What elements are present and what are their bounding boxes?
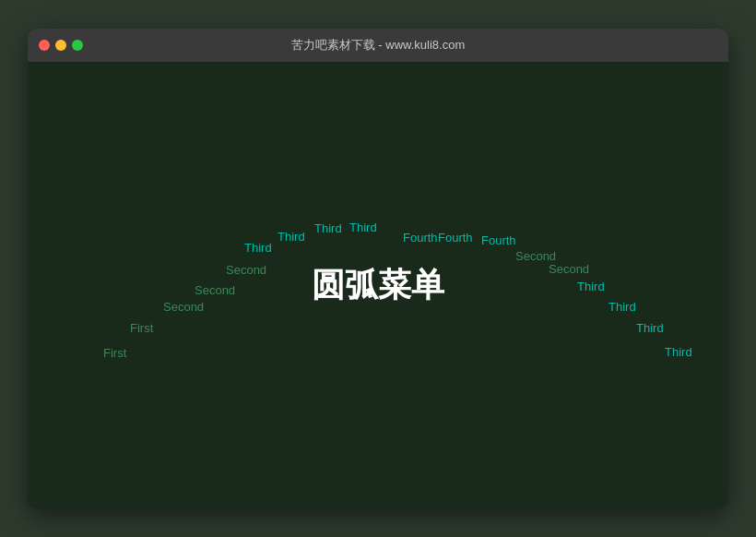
menu-item-13[interactable]: Third — [608, 300, 636, 314]
menu-item-16[interactable]: First — [103, 346, 126, 360]
menu-item-0[interactable]: Third — [349, 221, 377, 234]
menu-item-17[interactable]: Third — [665, 345, 692, 359]
menu-item-10[interactable]: Second — [195, 283, 235, 297]
menu-item-1[interactable]: Third — [314, 221, 342, 235]
menu-item-6[interactable]: Fourth — [481, 233, 516, 247]
menu-item-4[interactable]: Fourth — [403, 231, 438, 245]
menu-item-11[interactable]: Third — [577, 280, 605, 293]
maximize-button[interactable] — [72, 40, 83, 51]
window: 苦力吧素材下载 - www.kuli8.com 圆弧菜单 ThirdThirdT… — [28, 29, 728, 508]
menu-item-9[interactable]: Second — [549, 262, 589, 276]
menu-item-15[interactable]: Third — [636, 321, 664, 335]
menu-item-3[interactable]: Third — [244, 241, 272, 255]
window-title: 苦力吧素材下载 - www.kuli8.com — [291, 37, 466, 54]
menu-item-7[interactable]: Second — [515, 249, 556, 263]
traffic-lights — [39, 40, 83, 51]
menu-item-12[interactable]: Second — [163, 300, 204, 314]
minimize-button[interactable] — [55, 40, 66, 51]
menu-item-2[interactable]: Third — [278, 230, 305, 244]
menu-item-8[interactable]: Second — [226, 263, 266, 277]
close-button[interactable] — [39, 40, 50, 51]
content-area: 圆弧菜单 ThirdThirdThirdThirdFourthFourthFou… — [28, 62, 728, 508]
titlebar: 苦力吧素材下载 - www.kuli8.com — [28, 29, 728, 62]
main-title: 圆弧菜单 — [312, 263, 444, 308]
menu-item-14[interactable]: First — [130, 321, 153, 335]
menu-item-5[interactable]: Fourth — [438, 231, 473, 245]
